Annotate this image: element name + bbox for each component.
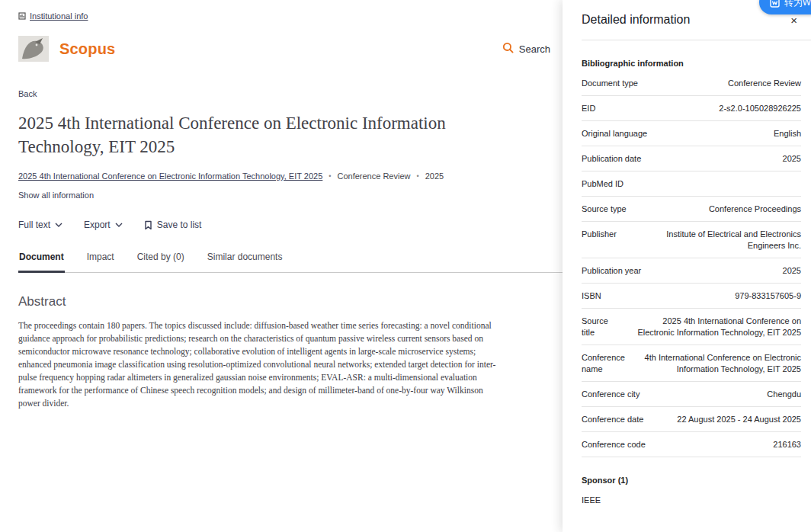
row-value: 2025 xyxy=(783,153,801,165)
tab-cited-by-0[interactable]: Cited by (0) xyxy=(136,252,185,273)
row-label: Publication date xyxy=(582,153,783,165)
panel-title: Detailed information xyxy=(582,13,690,27)
separator-dot: • xyxy=(329,172,331,180)
full-text-dropdown[interactable]: Full text xyxy=(18,220,63,230)
row-value: English xyxy=(774,128,801,139)
search-label: Search xyxy=(519,43,550,55)
row-label: Conference city xyxy=(582,389,767,400)
scopus-document-page: Institutional info Scopus Searc xyxy=(0,0,811,532)
export-dropdown[interactable]: Export xyxy=(84,220,123,230)
full-text-label: Full text xyxy=(18,220,50,230)
top-bar: Scopus Search xyxy=(18,36,563,62)
row-value: 2025 xyxy=(783,265,801,277)
row-label: Publication year xyxy=(582,265,783,277)
table-row: Conference name4th International Confere… xyxy=(582,345,801,382)
separator-dot: • xyxy=(416,172,418,180)
row-value: 2025 4th International Conference on Ele… xyxy=(624,316,801,338)
search-button[interactable]: Search xyxy=(502,42,550,56)
row-value: 22 August 2025 - 24 August 2025 xyxy=(677,414,801,425)
word-document-icon xyxy=(770,0,780,8)
table-row: Conference date22 August 2025 - 24 Augus… xyxy=(582,407,801,432)
document-year-label: 2025 xyxy=(425,171,444,181)
table-row: ISBN979-833157605-9 xyxy=(582,284,801,309)
document-type-label: Conference Review xyxy=(337,171,410,181)
abstract-text: The proceedings contain 180 papers. The … xyxy=(18,319,497,410)
sponsor-section-title: Sponsor (1) xyxy=(582,476,801,485)
table-row: Publication date2025 xyxy=(582,146,801,171)
row-value: 979-833157605-9 xyxy=(735,290,801,302)
back-link[interactable]: Back xyxy=(18,89,37,98)
institutional-info-link[interactable]: Institutional info xyxy=(18,11,88,21)
bibliographic-table: Document typeConference ReviewEID2-s2.0-… xyxy=(582,71,801,457)
chevron-down-icon xyxy=(115,223,123,227)
document-toolbar: Full text Export Save to list xyxy=(18,220,563,230)
row-label: EID xyxy=(582,103,719,114)
panel-body: Bibliographic information Document typeC… xyxy=(563,59,811,512)
sponsor-name: IEEE xyxy=(582,488,801,512)
main-content: Institutional info Scopus Searc xyxy=(0,0,563,532)
close-icon[interactable]: × xyxy=(787,13,800,27)
row-value: Conference Proceedings xyxy=(709,204,801,215)
row-label: Conference code xyxy=(582,439,773,450)
tab-document[interactable]: Document xyxy=(18,252,65,273)
export-label: Export xyxy=(84,220,111,230)
row-label: Original language xyxy=(582,128,774,139)
page-title: 2025 4th International Conference on Ele… xyxy=(18,111,506,159)
institution-icon xyxy=(18,12,26,20)
document-tabs: DocumentImpactCited by (0)Similar docume… xyxy=(18,252,563,273)
row-label: Source title xyxy=(582,316,624,338)
row-value: 4th International Conference on Electron… xyxy=(636,352,801,375)
scopus-wordmark[interactable]: Scopus xyxy=(59,40,115,58)
table-row: Source typeConference Proceedings xyxy=(582,197,801,222)
row-label: Source type xyxy=(582,204,709,215)
table-row: Conference cityChengdu xyxy=(582,382,801,407)
abstract-heading: Abstract xyxy=(18,294,563,309)
tab-similar-documents[interactable]: Similar documents xyxy=(207,252,284,273)
table-row: Conference code216163 xyxy=(582,432,801,457)
show-all-information-link[interactable]: Show all information xyxy=(18,191,94,200)
row-value: Conference Review xyxy=(728,78,801,89)
table-row: Source title2025 4th International Confe… xyxy=(582,309,801,345)
row-value: 216163 xyxy=(773,439,801,450)
institutional-info-label: Institutional info xyxy=(30,11,88,21)
row-label: PubMed ID xyxy=(582,178,801,190)
scopus-logo[interactable] xyxy=(18,36,49,62)
save-to-list-button[interactable]: Save to list xyxy=(144,220,202,230)
table-row: Document typeConference Review xyxy=(582,71,801,96)
table-row: EID2-s2.0-105028926225 xyxy=(582,96,801,121)
detailed-information-panel: Detailed information × Bibliographic inf… xyxy=(563,0,811,532)
search-icon xyxy=(502,42,514,56)
row-label: Document type xyxy=(582,78,728,89)
row-value: Chengdu xyxy=(767,389,801,400)
table-row: PubMed ID xyxy=(582,171,801,197)
table-row: Original languageEnglish xyxy=(582,121,801,146)
row-value: Institute of Electrical and Electronics … xyxy=(627,229,801,252)
save-to-list-label: Save to list xyxy=(157,220,202,230)
source-title-link[interactable]: 2025 4th International Conference on Ele… xyxy=(18,171,322,181)
convert-to-word-button[interactable]: 转为W xyxy=(759,0,811,14)
table-row: PublisherInstitute of Electrical and Ele… xyxy=(582,222,801,258)
convert-to-word-label: 转为W xyxy=(784,0,811,9)
row-label: ISBN xyxy=(582,290,735,302)
tab-impact[interactable]: Impact xyxy=(86,252,115,273)
row-label: Conference name xyxy=(582,352,636,375)
table-row: Publication year2025 xyxy=(582,258,801,284)
panel-divider xyxy=(582,40,811,40)
bookmark-icon xyxy=(144,220,152,230)
bibliographic-section-title: Bibliographic information xyxy=(582,59,801,68)
row-label: Conference date xyxy=(582,414,677,425)
chevron-down-icon xyxy=(55,223,63,227)
document-meta: 2025 4th International Conference on Ele… xyxy=(18,171,563,181)
row-label: Publisher xyxy=(582,229,627,240)
brand: Scopus xyxy=(18,36,115,62)
row-value: 2-s2.0-105028926225 xyxy=(719,103,801,114)
